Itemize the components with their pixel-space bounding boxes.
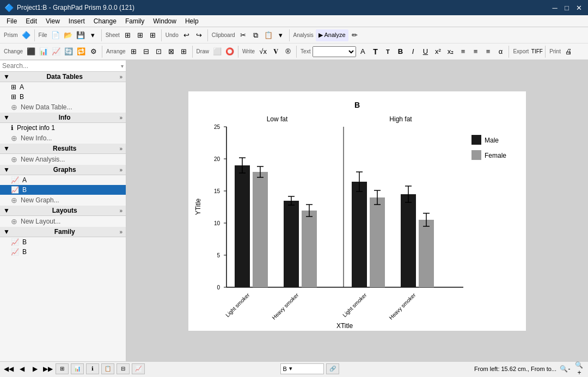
search-input[interactable] bbox=[2, 62, 121, 70]
sheet-btn-3[interactable]: ⊞ bbox=[147, 29, 159, 41]
write-btn-r[interactable]: ® bbox=[282, 46, 294, 58]
arrange-btn-3[interactable]: ⊡ bbox=[153, 46, 165, 58]
italic-button[interactable]: I bbox=[407, 46, 419, 58]
menu-view[interactable]: View bbox=[41, 16, 64, 26]
nav-last-button[interactable]: ▶▶ bbox=[42, 364, 53, 374]
sidebar-new-info[interactable]: ⊕ New Info... bbox=[0, 133, 126, 144]
paste-button[interactable]: 📋 bbox=[262, 29, 274, 41]
sidebar-item-project-info[interactable]: ℹ Project info 1 bbox=[0, 123, 126, 133]
section-graphs-more[interactable]: » bbox=[119, 167, 122, 173]
search-dropdown-icon[interactable]: ▾ bbox=[121, 63, 124, 69]
paste-special-button[interactable]: ▾ bbox=[275, 29, 287, 41]
nav-prev-button[interactable]: ◀ bbox=[16, 364, 27, 374]
save-button[interactable]: 💾 bbox=[75, 29, 87, 41]
arrange-btn-1[interactable]: ⊞ bbox=[128, 46, 140, 58]
sidebar-item-graph-a[interactable]: 📈 A bbox=[0, 175, 126, 185]
bold-button[interactable]: B bbox=[394, 46, 406, 58]
arrange-btn-5[interactable]: ⊞ bbox=[178, 46, 190, 58]
menu-help[interactable]: Help bbox=[181, 16, 203, 26]
chart-container[interactable]: B Low fat High fat 0 5 bbox=[188, 91, 526, 331]
sheet-selector[interactable]: B ▾ bbox=[280, 363, 324, 374]
minimize-button[interactable]: ─ bbox=[550, 3, 560, 13]
menu-edit[interactable]: Edit bbox=[21, 16, 41, 26]
close-button[interactable]: ✕ bbox=[574, 3, 584, 13]
change-btn-2[interactable]: 📊 bbox=[38, 46, 50, 58]
sidebar-item-family-b1[interactable]: 📈 B bbox=[0, 237, 126, 247]
menu-family[interactable]: Family bbox=[121, 16, 149, 26]
section-graphs[interactable]: ▼ Graphs » bbox=[0, 165, 126, 175]
menu-change[interactable]: Change bbox=[89, 16, 121, 26]
section-layouts[interactable]: ▼ Layouts » bbox=[0, 206, 126, 216]
prism-logo-button[interactable]: 🔷 bbox=[20, 29, 32, 41]
zoom-in-button[interactable]: 🔍+ bbox=[574, 364, 585, 374]
window-controls[interactable]: ─ □ ✕ bbox=[550, 3, 584, 13]
sidebar-item-datatable-b[interactable]: ⊞ B bbox=[0, 92, 126, 102]
sidebar-item-datatable-a[interactable]: ⊞ A bbox=[0, 82, 126, 92]
analyze-extra-button[interactable]: ✏ bbox=[349, 29, 361, 41]
view-info-button[interactable]: ℹ bbox=[86, 363, 99, 374]
zoom-out-button[interactable]: 🔍- bbox=[560, 364, 571, 374]
text-large-button[interactable]: T bbox=[369, 46, 381, 58]
arrange-btn-4[interactable]: ⊠ bbox=[166, 46, 177, 58]
section-results[interactable]: ▼ Results » bbox=[0, 144, 126, 154]
section-family-more[interactable]: » bbox=[119, 229, 122, 235]
sidebar-new-layout[interactable]: ⊕ New Layout... bbox=[0, 216, 126, 227]
font-color-button[interactable]: A bbox=[357, 46, 369, 58]
underline-button[interactable]: U bbox=[419, 46, 431, 58]
cut-button[interactable]: ✂ bbox=[237, 29, 249, 41]
change-btn-5[interactable]: 🔁 bbox=[75, 46, 87, 58]
sidebar-new-graph[interactable]: ⊕ New Graph... bbox=[0, 195, 126, 206]
export-tiff-button[interactable]: TIFF bbox=[531, 46, 543, 58]
view-graph-button[interactable]: 📊 bbox=[71, 363, 84, 374]
link-button[interactable]: 🔗 bbox=[326, 363, 339, 374]
view-extra-button[interactable]: 📈 bbox=[132, 363, 145, 374]
write-btn-v[interactable]: 𝐕 bbox=[270, 46, 281, 58]
undo-button[interactable]: ↩ bbox=[181, 29, 193, 41]
menu-insert[interactable]: Insert bbox=[64, 16, 89, 26]
arrange-btn-2[interactable]: ⊟ bbox=[140, 46, 152, 58]
change-btn-4[interactable]: 🔄 bbox=[63, 46, 75, 58]
view-layout-button[interactable]: ⊟ bbox=[117, 363, 130, 374]
sidebar-new-datatable[interactable]: ⊕ New Data Table... bbox=[0, 102, 126, 113]
align-left-button[interactable]: ≡ bbox=[457, 46, 469, 58]
sheet-btn-1[interactable]: ⊞ bbox=[122, 29, 134, 41]
menu-file[interactable]: File bbox=[2, 16, 21, 26]
section-layouts-more[interactable]: » bbox=[119, 208, 122, 214]
write-btn-sqrt[interactable]: √x bbox=[257, 46, 269, 58]
sidebar-item-graph-b[interactable]: 📈 B bbox=[0, 185, 126, 195]
view-sheet-button[interactable]: ⊞ bbox=[56, 363, 69, 374]
align-right-button[interactable]: ≡ bbox=[482, 46, 494, 58]
save-dropdown-button[interactable]: ▾ bbox=[87, 29, 99, 41]
nav-next-button[interactable]: ▶ bbox=[29, 364, 40, 374]
view-results-button[interactable]: 📋 bbox=[101, 363, 114, 374]
section-info-more[interactable]: » bbox=[119, 115, 122, 121]
open-file-button[interactable]: 📂 bbox=[62, 29, 74, 41]
sidebar-item-family-b2[interactable]: 📈 B bbox=[0, 247, 126, 257]
section-family[interactable]: ▼ Family » bbox=[0, 227, 126, 237]
print-button[interactable]: 🖨 bbox=[563, 46, 575, 58]
copy-button[interactable]: ⧉ bbox=[250, 29, 262, 41]
analyze-button[interactable]: ▶ Analyze bbox=[316, 29, 348, 41]
change-btn-6[interactable]: ⚙ bbox=[88, 46, 100, 58]
section-results-more[interactable]: » bbox=[119, 146, 122, 152]
sheet-btn-2[interactable]: ⊞ bbox=[134, 29, 146, 41]
new-file-button[interactable]: 📄 bbox=[50, 29, 62, 41]
text-small-button[interactable]: T bbox=[382, 46, 394, 58]
draw-btn-2[interactable]: ⭕ bbox=[224, 46, 236, 58]
redo-button[interactable]: ↪ bbox=[193, 29, 205, 41]
section-data-tables[interactable]: ▼ Data Tables » bbox=[0, 72, 126, 82]
restore-button[interactable]: □ bbox=[562, 3, 572, 13]
change-btn-3[interactable]: 📈 bbox=[50, 46, 62, 58]
section-info[interactable]: ▼ Info » bbox=[0, 113, 126, 123]
superscript-button[interactable]: x² bbox=[432, 46, 444, 58]
alpha-button[interactable]: α bbox=[494, 46, 506, 58]
change-btn-1[interactable]: ⬛ bbox=[25, 46, 37, 58]
subscript-button[interactable]: x₂ bbox=[444, 46, 456, 58]
font-family-select[interactable] bbox=[313, 46, 356, 57]
draw-btn-1[interactable]: ⬜ bbox=[211, 46, 223, 58]
menu-window[interactable]: Window bbox=[149, 16, 181, 26]
nav-first-button[interactable]: ◀◀ bbox=[3, 364, 14, 374]
section-data-tables-more[interactable]: » bbox=[119, 74, 122, 80]
sidebar-new-analysis[interactable]: ⊕ New Analysis... bbox=[0, 154, 126, 165]
align-center-button[interactable]: ≡ bbox=[469, 46, 481, 58]
